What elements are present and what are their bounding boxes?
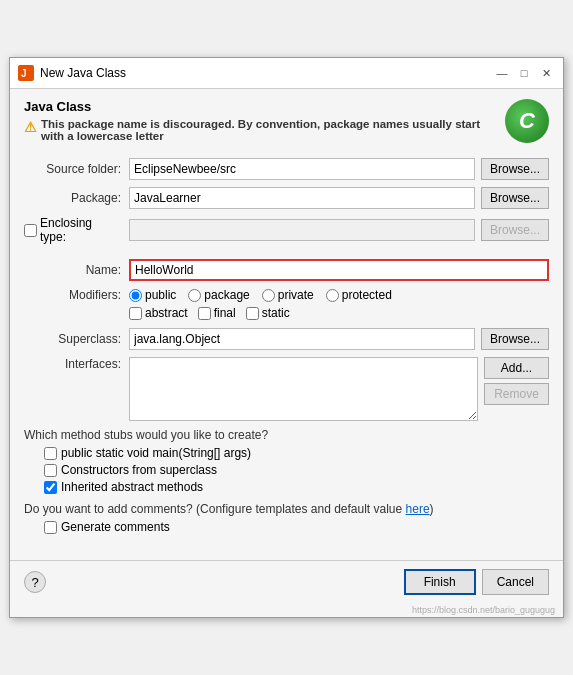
java-title-icon: J	[18, 65, 34, 81]
minimize-button[interactable]: —	[493, 64, 511, 82]
name-label: Name:	[24, 263, 129, 277]
name-input[interactable]	[129, 259, 549, 281]
stub-main-label: public static void main(String[] args)	[61, 446, 251, 460]
modifier-public[interactable]: public	[129, 288, 176, 302]
generate-comments-label: Generate comments	[61, 520, 170, 534]
stubs-question: Which method stubs would you like to cre…	[24, 428, 549, 442]
footer-buttons: Finish Cancel	[404, 569, 549, 595]
enclosing-type-row: Enclosing type: Browse...	[24, 216, 549, 244]
stub-inherited: Inherited abstract methods	[44, 480, 549, 494]
enclosing-type-input[interactable]	[129, 219, 475, 241]
close-button[interactable]: ✕	[537, 64, 555, 82]
watermark: https://blog.csdn.net/bario_gugugug	[10, 603, 563, 617]
checkbox-final[interactable]	[198, 307, 211, 320]
modifiers-label: Modifiers:	[24, 288, 129, 302]
title-controls: — □ ✕	[493, 64, 555, 82]
modifiers-row: Modifiers: public package private protec…	[24, 288, 549, 302]
checkbox-abstract[interactable]	[129, 307, 142, 320]
modifier-static[interactable]: static	[246, 306, 290, 320]
interfaces-row: Interfaces: Add... Remove	[24, 357, 549, 421]
method-stubs-section: Which method stubs would you like to cre…	[24, 428, 549, 494]
modifier-final[interactable]: final	[198, 306, 236, 320]
checkbox-inherited[interactable]	[44, 481, 57, 494]
enclosing-type-browse-button[interactable]: Browse...	[481, 219, 549, 241]
interfaces-box[interactable]	[129, 357, 478, 421]
package-input[interactable]	[129, 187, 475, 209]
source-folder-row: Source folder: Browse...	[24, 158, 549, 180]
checkbox-main[interactable]	[44, 447, 57, 460]
modifier-private[interactable]: private	[262, 288, 314, 302]
modifier-package[interactable]: package	[188, 288, 249, 302]
source-folder-label: Source folder:	[24, 162, 129, 176]
new-java-class-dialog: J New Java Class — □ ✕ Java Class ⚠ This…	[9, 57, 564, 618]
warning-icon: ⚠	[24, 119, 37, 135]
checkbox-static[interactable]	[246, 307, 259, 320]
radio-private[interactable]	[262, 289, 275, 302]
interfaces-label: Interfaces:	[24, 357, 129, 371]
radio-package[interactable]	[188, 289, 201, 302]
eclipse-logo: C	[505, 99, 549, 143]
name-input-wrapper	[129, 259, 549, 281]
extra-modifiers: abstract final static	[129, 306, 549, 320]
source-folder-browse-button[interactable]: Browse...	[481, 158, 549, 180]
interfaces-remove-button[interactable]: Remove	[484, 383, 549, 405]
stub-main: public static void main(String[] args)	[44, 446, 549, 460]
warning-box: ⚠ This package name is discouraged. By c…	[24, 118, 505, 142]
title-bar: J New Java Class — □ ✕	[10, 58, 563, 89]
stub-constructors-label: Constructors from superclass	[61, 463, 217, 477]
generate-comments-option: Generate comments	[44, 520, 549, 534]
cancel-button[interactable]: Cancel	[482, 569, 549, 595]
superclass-row: Superclass: Browse...	[24, 328, 549, 350]
checkbox-generate-comments[interactable]	[44, 521, 57, 534]
modifier-abstract[interactable]: abstract	[129, 306, 188, 320]
finish-button[interactable]: Finish	[404, 569, 476, 595]
comments-section: Do you want to add comments? (Configure …	[24, 502, 549, 534]
checkbox-constructors[interactable]	[44, 464, 57, 477]
help-button[interactable]: ?	[24, 571, 46, 593]
dialog-body: Java Class ⚠ This package name is discou…	[10, 89, 563, 554]
svg-text:J: J	[21, 68, 27, 79]
stub-inherited-label: Inherited abstract methods	[61, 480, 203, 494]
enclosing-type-label: Enclosing type:	[24, 216, 129, 244]
comments-question: Do you want to add comments? (Configure …	[24, 502, 549, 516]
modifier-protected[interactable]: protected	[326, 288, 392, 302]
footer-left: ?	[24, 571, 46, 593]
maximize-button[interactable]: □	[515, 64, 533, 82]
package-browse-button[interactable]: Browse...	[481, 187, 549, 209]
name-row: Name:	[24, 259, 549, 281]
package-label: Package:	[24, 191, 129, 205]
superclass-label: Superclass:	[24, 332, 129, 346]
source-folder-input[interactable]	[129, 158, 475, 180]
stub-constructors: Constructors from superclass	[44, 463, 549, 477]
section-header: Java Class ⚠ This package name is discou…	[24, 99, 549, 152]
radio-public[interactable]	[129, 289, 142, 302]
enclosing-type-checkbox[interactable]	[24, 224, 37, 237]
dialog-footer: ? Finish Cancel	[10, 560, 563, 603]
superclass-browse-button[interactable]: Browse...	[481, 328, 549, 350]
package-row: Package: Browse...	[24, 187, 549, 209]
superclass-input[interactable]	[129, 328, 475, 350]
section-title: Java Class	[24, 99, 505, 114]
interfaces-add-button[interactable]: Add...	[484, 357, 549, 379]
interfaces-buttons: Add... Remove	[484, 357, 549, 405]
access-modifiers: public package private protected	[129, 288, 392, 302]
radio-protected[interactable]	[326, 289, 339, 302]
dialog-title: New Java Class	[40, 66, 126, 80]
warning-text: This package name is discouraged. By con…	[41, 118, 505, 142]
comments-configure-link[interactable]: here	[406, 502, 430, 516]
